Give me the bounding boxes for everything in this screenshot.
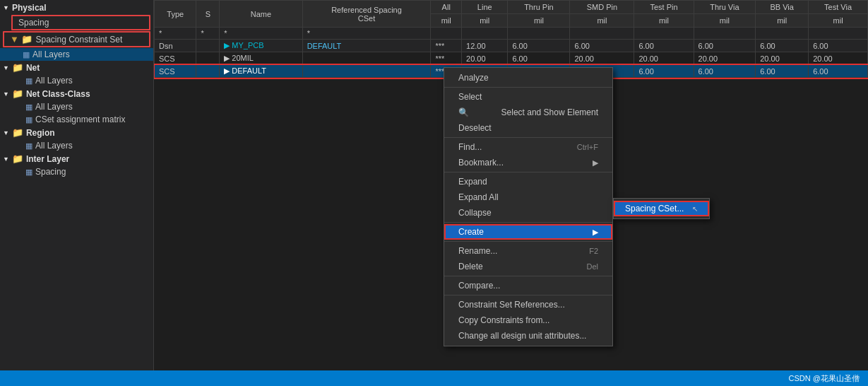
main-layout: ▼ Physical Spacing ▼ 📁 Spacing Constrain… — [0, 0, 868, 370]
th-refcset: Referenced SpacingCSet — [302, 1, 431, 28]
ctx-select-show[interactable]: 🔍 Select and Show Element — [444, 105, 612, 120]
sidebar-section-net[interactable]: ▼ 📁 Net — [0, 61, 153, 74]
sidebar-item-all-layers-3[interactable]: ▦ All Layers — [0, 100, 153, 113]
cell-star: *** — [431, 40, 462, 52]
ctx-bookmark-label: Bookmark... — [458, 158, 504, 168]
ctx-deselect-label: Deselect — [458, 123, 492, 133]
bottom-bar-text: CSDN @花果山圣僧 — [789, 373, 860, 384]
folder-icon-interlayer: 📁 — [12, 153, 23, 164]
cell-s — [196, 65, 220, 78]
ctx-rename[interactable]: Rename... F2 — [444, 243, 612, 259]
th-unit-thruvia: mil — [694, 14, 756, 28]
sidebar-item-all-layers-4[interactable]: ▦ All Layers — [0, 139, 153, 152]
sidebar-item-cset-matrix[interactable]: ▦ CSet assignment matrix — [0, 113, 153, 126]
cell-name: ▶ DEFAULT — [220, 65, 302, 78]
filter-line[interactable] — [462, 28, 508, 40]
ctx-deselect[interactable]: Deselect — [444, 120, 612, 136]
cell-type: SCS — [155, 65, 196, 78]
ctx-sep-2 — [444, 137, 612, 138]
ctx-collapse[interactable]: Collapse — [444, 205, 612, 221]
submenu-spacing-cset-label: Spacing CSet... — [625, 204, 684, 214]
cell-all: 20.00 — [462, 52, 508, 65]
filter-testpin[interactable] — [634, 28, 694, 40]
ctx-compare[interactable]: Compare... — [444, 278, 612, 293]
filter-thruvia[interactable] — [694, 28, 756, 40]
file-icon-spacing2: ▦ — [25, 168, 32, 177]
th-unit-bbvia: mil — [756, 14, 809, 28]
filter-testvia[interactable] — [809, 28, 868, 40]
sidebar-item-all-layers-2[interactable]: ▦ All Layers — [0, 74, 153, 87]
cell-s — [196, 40, 220, 52]
ctx-sep-1 — [444, 87, 612, 88]
ctx-compare-label: Compare... — [458, 281, 500, 291]
filter-name[interactable]: * — [220, 28, 302, 40]
sidebar-item-scs[interactable]: ▼ 📁 Spacing Constraint Set — [4, 33, 149, 46]
ctx-copy-constraints[interactable]: Copy Constraints from... — [444, 312, 612, 328]
ctx-select-label: Select — [458, 92, 482, 102]
cset-matrix-label: CSet assignment matrix — [35, 115, 125, 124]
filter-all[interactable] — [431, 28, 462, 40]
filter-type[interactable]: * — [155, 28, 196, 40]
cell-name: ▶ MY_PCB — [220, 40, 302, 52]
cell-smdpin: 20.00 — [634, 52, 694, 65]
spacing-2-label: Spacing — [35, 167, 66, 177]
table-row[interactable]: Dsn ▶ MY_PCB DEFAULT *** 12.00 6.00 6.00… — [155, 40, 868, 52]
filter-bbvia[interactable] — [756, 28, 809, 40]
ctx-create[interactable]: Create ▶ — [444, 224, 612, 240]
sidebar-item-spacing-2[interactable]: ▦ Spacing — [0, 165, 153, 178]
cell-line: 6.00 — [508, 52, 570, 65]
ctx-bookmark[interactable]: Bookmark... ▶ — [444, 155, 612, 170]
sidebar-item-all-layers-1[interactable]: ▦ All Layers — [0, 48, 153, 61]
folder-icon-region: 📁 — [12, 127, 23, 138]
ctx-copy-constraints-label: Copy Constraints from... — [458, 315, 549, 325]
ctx-sep-5 — [444, 241, 612, 242]
ctx-expand-all[interactable]: Expand All — [444, 189, 612, 205]
sidebar-section-interlayer[interactable]: ▼ 📁 Inter Layer — [0, 152, 153, 165]
cell-smdpin: 6.00 — [634, 40, 694, 52]
sidebar-section-net-label: Net — [26, 63, 40, 73]
all-layers-3-label: All Layers — [35, 102, 73, 112]
cell-thruvia: 20.00 — [756, 52, 809, 65]
spacing-label: Spacing — [18, 18, 49, 28]
ctx-show-icon: 🔍 — [458, 107, 470, 117]
collapse-arrow-physical: ▼ — [3, 4, 9, 11]
cell-testpin: 6.00 — [694, 40, 756, 52]
ctx-sep-3 — [444, 172, 612, 172]
th-name: Name — [220, 1, 302, 28]
folder-icon-scs: ▼ 📁 — [10, 34, 32, 45]
filter-smdpin[interactable] — [570, 28, 634, 40]
table-row[interactable]: SCS ▶ 20MIL *** 20.00 6.00 20.00 20.00 2… — [155, 52, 868, 65]
cell-type: SCS — [155, 52, 196, 65]
th-bbvia: BB Via — [756, 1, 809, 14]
filter-thrupin[interactable] — [508, 28, 570, 40]
all-layers-1-label: All Layers — [32, 49, 70, 59]
filter-refcset[interactable]: * — [302, 28, 431, 40]
cell-thruvia: 6.00 — [756, 40, 809, 52]
ctx-constraint-ref[interactable]: Constraint Set References... — [444, 297, 612, 312]
sidebar-item-spacing[interactable]: Spacing — [13, 16, 149, 29]
cell-all: 12.00 — [462, 40, 508, 52]
sidebar-section-region[interactable]: ▼ 📁 Region — [0, 126, 153, 139]
cell-thrupin: 6.00 — [570, 40, 634, 52]
sidebar-section-net-class[interactable]: ▼ 📁 Net Class-Class — [0, 87, 153, 100]
filter-s[interactable]: * — [196, 28, 220, 40]
ctx-select[interactable]: Select — [444, 89, 612, 105]
collapse-arrow-netclass: ▼ — [3, 90, 9, 98]
th-unit-line: mil — [462, 14, 508, 28]
data-table: Type S Name Referenced SpacingCSet All L… — [154, 0, 868, 78]
submenu: Spacing CSet... ↖ — [613, 198, 710, 219]
scs-red-border: ▼ 📁 Spacing Constraint Set — [3, 31, 150, 47]
file-icon-cset: ▦ — [25, 115, 32, 124]
ctx-delete[interactable]: Delete Del — [444, 259, 612, 274]
ctx-find[interactable]: Find... Ctrl+F — [444, 139, 612, 155]
th-smdpin: SMD Pin — [570, 1, 634, 14]
cell-type: Dsn — [155, 40, 196, 52]
ctx-expand[interactable]: Expand — [444, 174, 612, 189]
ctx-change-all[interactable]: Change all design unit attributes... — [444, 328, 612, 344]
collapse-arrow-region: ▼ — [3, 129, 9, 136]
ctx-analyze[interactable]: Analyze — [444, 70, 612, 86]
submenu-spacing-cset[interactable]: Spacing CSet... ↖ — [614, 201, 709, 216]
ctx-find-label: Find... — [458, 142, 482, 152]
cell-star: *** — [431, 52, 462, 65]
sidebar-section-physical[interactable]: ▼ Physical — [0, 1, 153, 14]
